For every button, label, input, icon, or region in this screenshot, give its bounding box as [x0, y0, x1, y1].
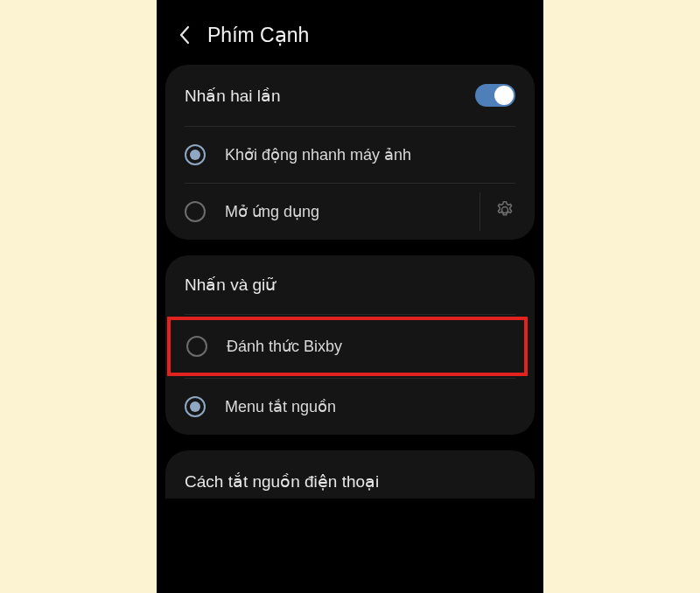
divider [185, 314, 515, 315]
press-hold-card: Nhấn và giữ Đánh thức Bixby Menu tắt ngu… [165, 255, 535, 435]
option-wake-bixby-label: Đánh thức Bixby [227, 337, 342, 356]
radio-quick-camera[interactable] [185, 144, 206, 165]
double-press-toggle[interactable] [475, 84, 515, 107]
double-press-card: Nhấn hai lần Khởi động nhanh máy ảnh Mở … [165, 65, 535, 240]
option-quick-camera[interactable]: Khởi động nhanh máy ảnh [165, 127, 535, 183]
footer-card[interactable]: Cách tắt nguồn điện thoại [165, 450, 535, 499]
highlight-bixby: Đánh thức Bixby [167, 317, 528, 376]
option-quick-camera-label: Khởi động nhanh máy ảnh [225, 145, 411, 164]
double-press-header: Nhấn hai lần [165, 65, 535, 126]
divider [480, 192, 480, 231]
page-title: Phím Cạnh [207, 24, 309, 47]
toggle-knob [494, 86, 514, 105]
option-open-app[interactable]: Mở ứng dụng [165, 184, 535, 240]
double-press-title: Nhấn hai lần [185, 86, 281, 106]
press-hold-title: Nhấn và giữ [185, 275, 276, 295]
option-open-app-label: Mở ứng dụng [225, 202, 319, 221]
radio-open-app[interactable] [185, 201, 206, 222]
option-power-menu[interactable]: Menu tắt nguồn [165, 379, 535, 435]
option-power-menu-label: Menu tắt nguồn [225, 397, 336, 416]
radio-wake-bixby[interactable] [186, 336, 207, 357]
option-wake-bixby[interactable]: Đánh thức Bixby [171, 320, 524, 373]
footer-label: Cách tắt nguồn điện thoại [185, 471, 515, 492]
back-icon[interactable] [178, 24, 192, 45]
gear-icon[interactable] [494, 199, 515, 224]
phone-screen: Phím Cạnh Nhấn hai lần Khởi động nhanh m… [157, 0, 543, 593]
header: Phím Cạnh [157, 5, 543, 65]
press-hold-header: Nhấn và giữ [165, 255, 535, 314]
radio-power-menu[interactable] [185, 396, 206, 417]
